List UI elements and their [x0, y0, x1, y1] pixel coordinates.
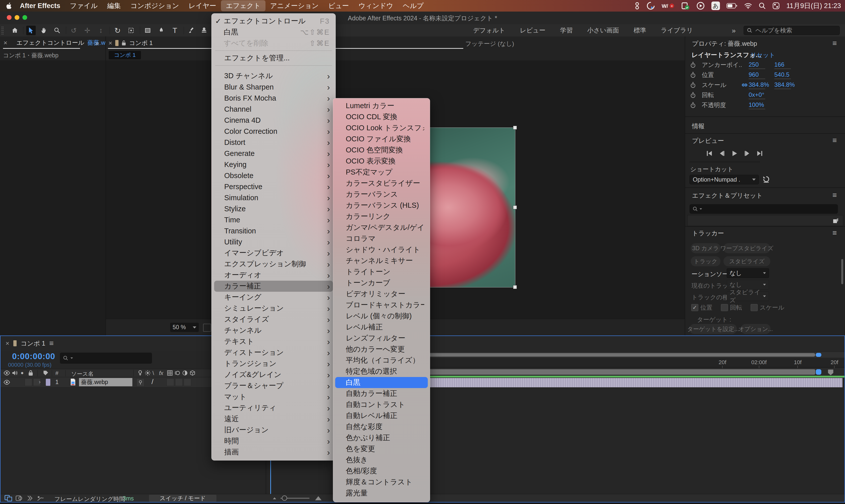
color-effect-item[interactable]: 平均化（イコライズ） [333, 355, 430, 366]
color-effect-item[interactable]: レベル (個々の制御) [333, 311, 430, 322]
effect-category-item[interactable]: Perspective › [212, 181, 335, 192]
tracker-footer-button[interactable]: オプション... [741, 324, 771, 334]
color-effect-item[interactable]: レンズフィルター [333, 333, 430, 344]
effect-category-item[interactable]: 3D チャンネル › [212, 70, 335, 82]
last-frame-button[interactable] [756, 150, 763, 157]
layer-3d-cell[interactable] [184, 378, 191, 386]
menu-item[interactable]: ✓ すべてを削除 ⇧⌘E [212, 38, 335, 49]
layer-video-toggle[interactable] [3, 379, 10, 385]
color-effect-item[interactable]: 自動レベル補正 [333, 410, 430, 421]
clone-stamp-tool[interactable] [199, 26, 209, 35]
menubar-clock[interactable]: 11月9日(日) 21:23 [786, 1, 841, 10]
layer-motion-blur-cell[interactable] [175, 378, 183, 386]
color-effect-item[interactable]: ビデオリミッター [333, 288, 430, 300]
color-effect-item[interactable]: 色かぶり補正 [333, 432, 430, 444]
effect-category-item[interactable]: スタイライズ › [212, 314, 335, 325]
menubar-item[interactable]: エフェクト [221, 0, 265, 11]
effect-category-item[interactable]: オーディオ › [212, 270, 335, 281]
layer-frame-blend-cell[interactable] [166, 378, 174, 386]
hand-tool[interactable] [39, 26, 49, 35]
color-effect-item[interactable]: レベル補正 [333, 322, 430, 333]
color-effect-item[interactable]: シャドウ・ハイライト [333, 244, 430, 255]
tracker-button[interactable]: トラック [691, 256, 720, 266]
color-effect-item[interactable]: OCIO CDL 変換 [333, 111, 430, 123]
color-effect-item[interactable]: 白黒 [335, 377, 428, 388]
work-area-end-handle[interactable] [816, 369, 821, 375]
timeline-zoom-slider-knob[interactable] [282, 496, 287, 501]
panel-menu-icon[interactable]: ≡ [832, 229, 837, 237]
layer-solo-cell[interactable] [25, 378, 32, 386]
comp-mini-flowchart-icon[interactable] [4, 495, 13, 502]
effect-category-item[interactable]: マット › [212, 391, 335, 402]
zoom-in-mountain-icon[interactable] [315, 495, 322, 501]
timeline-search-box[interactable] [60, 353, 152, 364]
color-effect-item[interactable]: OCIO 色空間変換 [333, 145, 430, 156]
tracker-dropdown[interactable]: スタビライズ [727, 291, 769, 301]
tracker-dropdown[interactable]: なし [727, 268, 769, 278]
property-value[interactable]: 960 [749, 71, 765, 79]
property-value[interactable]: 250 [749, 61, 765, 69]
close-icon[interactable]: × [108, 39, 112, 47]
effect-category-item[interactable]: 時間 › [212, 436, 335, 447]
effect-category-item[interactable]: エクスプレッション制御 › [212, 258, 335, 270]
effect-category-item[interactable]: 遠近 › [212, 413, 335, 425]
workspace-tab[interactable]: ライブラリ [661, 26, 693, 34]
toolbar-drag-handle[interactable] [1, 26, 4, 35]
color-effect-item[interactable]: チャンネルミキサー [333, 255, 430, 266]
color-effect-item[interactable]: ガンマ/ペデスタル/ゲイン [333, 222, 430, 233]
color-effect-item[interactable]: Lumetri カラー [333, 100, 430, 111]
tracker-button[interactable]: スタビライズ [723, 256, 770, 266]
menubar-item[interactable]: レイヤー [184, 0, 221, 11]
orbit-camera-tool[interactable]: ↺ [69, 26, 78, 35]
verified-badge-icon[interactable] [681, 1, 690, 10]
menubar-item[interactable]: コンポジション [126, 0, 184, 11]
selection-handle-bottom-right[interactable] [513, 285, 517, 289]
color-effect-item[interactable]: OCIO 表示変換 [333, 156, 430, 167]
tracker-button[interactable]: ワープスタビライズ [723, 243, 770, 253]
menu-item[interactable]: ✓ 白黒 ⌥⇧⌘E [212, 26, 335, 38]
home-tool[interactable] [10, 26, 20, 35]
stopwatch-icon[interactable] [690, 82, 702, 88]
navigator-end-handle[interactable] [816, 353, 821, 357]
effect-category-item[interactable]: Channel › [212, 104, 335, 115]
color-effect-item[interactable]: トーンカーブ [333, 277, 430, 288]
panel-menu-icon[interactable]: ≡ [832, 136, 837, 145]
close-icon[interactable]: × [3, 39, 7, 47]
workspace-tab[interactable]: 小さい画面 [587, 26, 619, 34]
stopwatch-icon[interactable] [690, 92, 702, 98]
layer-label-swatch[interactable] [46, 379, 50, 386]
wacom-status-icon[interactable]: W/× [662, 1, 675, 10]
stopwatch-icon[interactable] [690, 61, 702, 68]
tracker-checkbox[interactable]: ✓ スケール [751, 304, 785, 312]
effect-category-item[interactable]: トランジション › [212, 358, 335, 369]
type-tool[interactable]: T [170, 26, 180, 35]
input-source-icon[interactable]: あ [711, 1, 720, 10]
color-effect-item[interactable]: カラーバランス [333, 189, 430, 200]
shortcut-dropdown[interactable]: Option+Numpad . [689, 175, 759, 184]
color-effect-item[interactable]: カラースタビライザー [333, 178, 430, 189]
effect-category-item[interactable]: キーイング › [212, 292, 335, 303]
color-effect-item[interactable]: 色を変更 [333, 444, 430, 454]
color-effect-item[interactable]: 色相/彩度 [333, 466, 430, 476]
stopwatch-icon[interactable] [690, 72, 702, 78]
previous-frame-button[interactable] [719, 150, 725, 157]
motion-blur-toggle-icon[interactable] [26, 495, 33, 502]
panel-menu-icon[interactable]: ≡ [49, 339, 54, 347]
color-effect-item[interactable]: 自動コントラスト [333, 399, 430, 410]
play-circle-icon[interactable] [696, 1, 705, 10]
app-shortcuts-icon[interactable] [634, 1, 640, 10]
effect-category-item[interactable]: Simulation › [212, 192, 335, 203]
property-value[interactable]: 166 [774, 61, 791, 69]
tracker-checkbox[interactable]: ✓ 位置 [691, 304, 712, 312]
battery-icon[interactable] [726, 1, 738, 10]
color-effect-item[interactable]: 輝度＆コントラスト [333, 476, 430, 488]
color-effect-item[interactable]: 自動カラー補正 [333, 388, 430, 399]
color-effect-item[interactable]: トライトーン [333, 266, 430, 277]
effect-category-item[interactable]: 旧バージョン › [212, 425, 335, 436]
menubar-item[interactable]: ヘルプ [398, 0, 428, 11]
effect-category-item[interactable]: テキスト › [212, 336, 335, 347]
effect-controls-breadcrumb[interactable]: コンポ 1・薔薇.webp [3, 52, 58, 59]
color-effect-item[interactable]: 露光量 [333, 488, 430, 499]
panel-menu-icon[interactable]: ≡ [832, 191, 837, 199]
effect-category-item[interactable]: ユーティリティ › [212, 402, 335, 413]
